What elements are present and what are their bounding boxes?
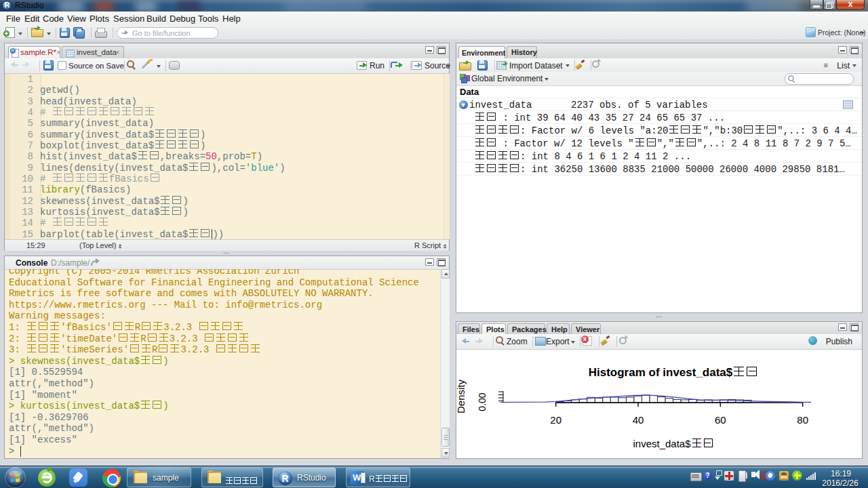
svg-text:Density: Density bbox=[457, 379, 467, 413]
svg-text:80: 80 bbox=[797, 414, 808, 426]
svg-text:60: 60 bbox=[715, 414, 726, 426]
svg-text:0.00: 0.00 bbox=[477, 392, 488, 411]
svg-text:20: 20 bbox=[550, 414, 561, 426]
svg-text:40: 40 bbox=[633, 414, 644, 426]
